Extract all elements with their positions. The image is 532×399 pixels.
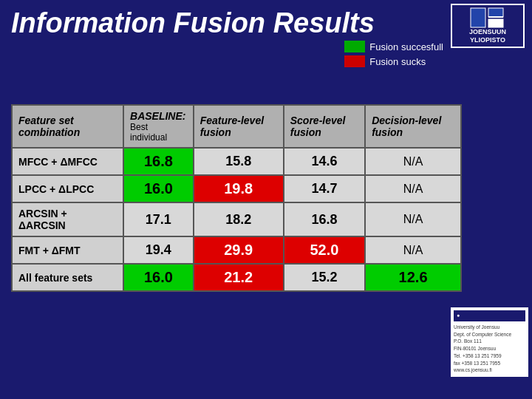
- decision-level-value: N/A: [365, 175, 461, 202]
- legend-area: Fusion succesfull Fusion sucks: [344, 41, 443, 67]
- logo-box: JOENSUUNYLIOPISTO: [451, 4, 525, 48]
- legend-color-success: [344, 41, 365, 52]
- feature-level-value: 15.8: [194, 148, 284, 175]
- baseline-value: 17.1: [123, 202, 194, 236]
- decision-level-value: 12.6: [365, 264, 461, 291]
- table-row: All feature sets16.021.215.212.6: [12, 264, 461, 291]
- decision-level-value: N/A: [365, 236, 461, 264]
- university-name: University of Joensuu: [454, 324, 525, 331]
- svg-rect-1: [488, 8, 503, 17]
- decision-level-value: N/A: [365, 148, 461, 175]
- col-header-feature-level: Feature-level fusion: [194, 105, 284, 148]
- legend-color-sucks: [344, 55, 365, 67]
- table-row: ARCSIN + ΔARCSIN17.118.216.8N/A: [12, 202, 461, 236]
- address: FIN-80101 Joensuu: [454, 345, 525, 352]
- table-header-row: Feature set combination BASELINE: Best i…: [12, 105, 461, 148]
- decision-level-value: N/A: [365, 202, 461, 236]
- col-header-score-level: Score-level fusion: [284, 105, 365, 148]
- results-table: Feature set combination BASELINE: Best i…: [11, 104, 462, 292]
- score-level-value: 14.6: [284, 148, 365, 175]
- legend-label-success: Fusion succesfull: [369, 41, 443, 52]
- row-label: LPCC + ΔLPCC: [12, 175, 123, 202]
- university-header: ●: [454, 310, 525, 321]
- results-table-container: Feature set combination BASELINE: Best i…: [11, 104, 462, 292]
- sidebar-info: ● University of Joensuu Dept. of Compute…: [451, 307, 528, 377]
- feature-level-value: 19.8: [194, 175, 284, 202]
- col-header-baseline: BASELINE: Best individual: [123, 105, 194, 148]
- legend-item-sucks: Fusion sucks: [344, 55, 443, 67]
- svg-rect-0: [471, 8, 485, 27]
- legend-item-success: Fusion succesfull: [344, 41, 443, 52]
- web: www.cs.joensuu.fi: [454, 366, 525, 374]
- row-label: MFCC + ΔMFCC: [12, 148, 123, 175]
- col-header-feature-set: Feature set combination: [12, 105, 123, 148]
- svg-rect-2: [488, 19, 503, 27]
- score-level-value: 14.7: [284, 175, 365, 202]
- baseline-value: 19.4: [123, 236, 194, 264]
- tel: Tel. +358 13 251 7959: [454, 352, 525, 360]
- score-level-value: 15.2: [284, 264, 365, 291]
- row-label: All feature sets: [12, 264, 123, 291]
- legend-label-sucks: Fusion sucks: [369, 56, 426, 67]
- feature-level-value: 18.2: [194, 202, 284, 236]
- row-label: ARCSIN + ΔARCSIN: [12, 202, 123, 236]
- score-level-value: 52.0: [284, 236, 365, 264]
- baseline-value: 16.0: [123, 264, 194, 291]
- feature-level-value: 29.9: [194, 236, 284, 264]
- fax: fax +358 13 251 7955: [454, 360, 525, 367]
- main-container: Information Fusion Results Fusion succes…: [0, 0, 532, 399]
- logo-area: JOENSUUNYLIOPISTO: [447, 4, 528, 85]
- table-row: FMT + ΔFMT19.429.952.0N/A: [12, 236, 461, 264]
- po-box: P.O. Box 111: [454, 338, 525, 345]
- baseline-value: 16.8: [123, 148, 194, 175]
- row-label: FMT + ΔFMT: [12, 236, 123, 264]
- feature-level-value: 21.2: [194, 264, 284, 291]
- col-header-decision-level: Decision-level fusion: [365, 105, 461, 148]
- baseline-value: 16.0: [123, 175, 194, 202]
- logo-text: JOENSUUNYLIOPISTO: [469, 28, 506, 45]
- score-level-value: 16.8: [284, 202, 365, 236]
- table-row: LPCC + ΔLPCC16.019.814.7N/A: [12, 175, 461, 202]
- dept-name: Dept. of Computer Science: [454, 331, 525, 338]
- logo-svg: [469, 7, 506, 28]
- table-row: MFCC + ΔMFCC16.815.814.6N/A: [12, 148, 461, 175]
